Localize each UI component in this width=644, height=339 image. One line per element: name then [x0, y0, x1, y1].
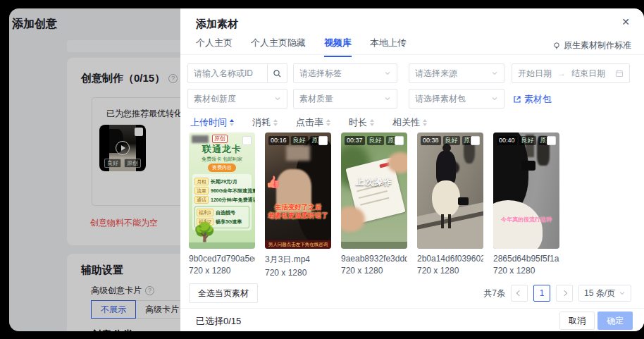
handbag	[458, 197, 469, 205]
promo-footer-strip	[189, 242, 255, 249]
promo-row-value: 自选靓号	[216, 209, 235, 216]
material-card: 👍 生活变好了之后 老婆也更温柔听话了 男人问题点击左下角在线咨询 00:16 …	[265, 132, 331, 278]
overlay-bottom-strip	[341, 242, 407, 249]
sort-cost[interactable]: 消耗	[252, 116, 278, 129]
native-material-standard-link[interactable]: 原生素材制作标准	[552, 39, 631, 51]
material-card: 原创 联通龙卡 免费领卡 包邮到家 资费内容 月租长期29元/月 流量960G全…	[189, 132, 255, 278]
material-checkbox[interactable]	[395, 136, 404, 145]
sort-caret-icon	[370, 119, 374, 126]
tabs-divider	[180, 54, 644, 55]
source-placeholder: 请选择来源	[415, 68, 457, 80]
source-select[interactable]: 请选择来源	[409, 63, 504, 83]
chevron-down-icon	[274, 95, 281, 102]
chevron-down-icon	[384, 95, 391, 102]
video-figure	[448, 214, 451, 228]
sort-label: 上传时间	[190, 116, 227, 129]
duration-badge: 00:37	[345, 136, 365, 145]
material-checkbox[interactable]	[318, 136, 328, 145]
close-icon[interactable]: ✕	[621, 16, 630, 27]
search-placeholder: 请输入名称或ID	[194, 68, 253, 80]
hand	[341, 207, 365, 232]
sort-row: 上传时间 消耗 点击率 时长 相关性	[190, 116, 427, 129]
package-placeholder: 请选择素材包	[415, 93, 466, 105]
search-button[interactable]	[267, 64, 287, 82]
material-thumbnail[interactable]: 👍 生活变好了之后 老婆也更温柔听话了 男人问题点击左下角在线咨询 00:16 …	[265, 132, 331, 249]
hand	[388, 152, 407, 173]
end-date-placeholder: 结束日期	[571, 68, 605, 80]
sort-label: 消耗	[252, 116, 271, 129]
promo-row-label: 流量	[194, 187, 209, 195]
app-window: 添加创意 创意制作（0/15） ? 已为您推荐最优转化视频 良好 原创 创意物料…	[9, 8, 644, 331]
quality-placeholder: 素材质量	[299, 93, 333, 105]
date-range-picker[interactable]: 开始日期 → 结束日期	[512, 63, 630, 83]
promo-row-value: 960G全年不限速流量	[211, 187, 255, 195]
origin-stamp: 原创	[212, 135, 228, 143]
material-name: 9aeab8932fe3dddaf...	[341, 254, 407, 264]
material-resolution: 720 x 1280	[265, 268, 331, 278]
sort-ctr[interactable]: 点击率	[296, 116, 330, 129]
material-thumbnail[interactable]: 00:38 良好 原创	[417, 132, 483, 249]
overlay-bottom-bar: 男人问题点击左下角在线咨询	[265, 240, 331, 249]
sort-label: 点击率	[296, 116, 323, 129]
material-checkbox[interactable]	[471, 136, 480, 145]
overlay-text: 老婆也更温柔听话了	[265, 211, 331, 221]
sort-label: 时长	[349, 116, 367, 129]
date-arrow: →	[557, 68, 566, 78]
sort-label: 相关性	[392, 116, 420, 129]
material-card: 上次操作 00:37 良好 原创 9aeab8932fe3dddaf... 72…	[341, 132, 407, 278]
tag-select[interactable]: 请选择标签	[293, 63, 397, 83]
next-page-button[interactable]	[556, 285, 573, 302]
quality-select[interactable]: 素材质量	[293, 89, 397, 109]
material-name: 9b0ced7d790a5ed8...	[189, 254, 255, 264]
prev-page-button[interactable]	[511, 285, 528, 302]
sort-duration[interactable]: 时长	[349, 116, 374, 129]
promo-row-label: 福利1	[197, 209, 213, 216]
material-card: 00:38 良好 原创 2b0a14d6f039602c... 720 x 12…	[417, 132, 483, 278]
chevron-down-icon	[491, 70, 498, 77]
material-card: 今年真的很流行这种 00:40 良好 原创 2865d64b95f5f1ab1.…	[493, 132, 559, 278]
add-material-modal: 添加素材 ✕ 个人主页 个人主页隐藏 视频库 本地上传 原生素材制作标准 请输入…	[180, 8, 644, 331]
material-package-link[interactable]: 素材包	[513, 93, 552, 106]
duration-badge: 00:38	[421, 136, 441, 145]
current-page-button[interactable]: 1	[533, 285, 550, 302]
cancel-button[interactable]: 取消	[559, 312, 595, 330]
start-date-placeholder: 开始日期	[518, 68, 552, 80]
material-thumbnail[interactable]: 原创 联通龙卡 免费领卡 包邮到家 资费内容 月租长期29元/月 流量960G全…	[189, 132, 255, 249]
quality-badge: 良好	[291, 136, 308, 145]
selected-count: 已选择0/15	[196, 315, 241, 328]
standard-link-label: 原生素材制作标准	[564, 39, 631, 51]
chevron-left-icon	[516, 290, 522, 296]
promo-row-value: 畅享5G速率	[216, 218, 242, 226]
chevron-down-icon	[619, 290, 626, 297]
material-name: 2865d64b95f5f1ab1...	[493, 254, 559, 264]
modal-footer: 已选择0/15 取消 确定	[180, 308, 644, 331]
material-resolution: 720 x 1280	[417, 266, 483, 276]
confirm-button[interactable]: 确定	[597, 312, 633, 330]
material-thumbnail[interactable]: 今年真的很流行这种 00:40 良好 原创	[493, 132, 559, 249]
material-resolution: 720 x 1280	[493, 266, 559, 276]
sort-upload-time[interactable]: 上传时间	[190, 116, 234, 129]
package-select[interactable]: 请选择素材包	[409, 89, 504, 109]
search-input[interactable]: 请输入名称或ID	[187, 63, 287, 83]
promo-subtitle: 免费领卡 包邮到家	[189, 156, 255, 163]
sort-relevance[interactable]: 相关性	[392, 116, 427, 129]
material-name: 3月3日.mp4	[265, 254, 331, 266]
quality-badge: 良好	[367, 136, 384, 145]
innovation-select[interactable]: 素材创新度	[187, 89, 287, 109]
innovation-placeholder: 素材创新度	[194, 93, 236, 105]
promo-section-pill: 资费内容	[208, 164, 236, 172]
promo-row-label: 通话	[194, 196, 209, 204]
material-thumbnail[interactable]: 上次操作 00:37 良好 原创	[341, 132, 407, 249]
chevron-down-icon	[491, 95, 498, 102]
quality-badge: 良好	[519, 136, 536, 145]
material-resolution: 720 x 1280	[189, 266, 255, 276]
tag-placeholder: 请选择标签	[299, 68, 342, 80]
page-size-select[interactable]: 15 条/页	[578, 285, 631, 302]
select-all-button[interactable]: 全选当页素材	[189, 283, 258, 303]
tree-icon: 🌳	[193, 223, 216, 241]
bulb-icon	[552, 42, 561, 50]
material-checkbox[interactable]	[242, 136, 252, 145]
material-checkbox[interactable]	[547, 136, 556, 145]
quality-badge: 良好	[443, 136, 460, 145]
video-figure	[432, 180, 460, 217]
